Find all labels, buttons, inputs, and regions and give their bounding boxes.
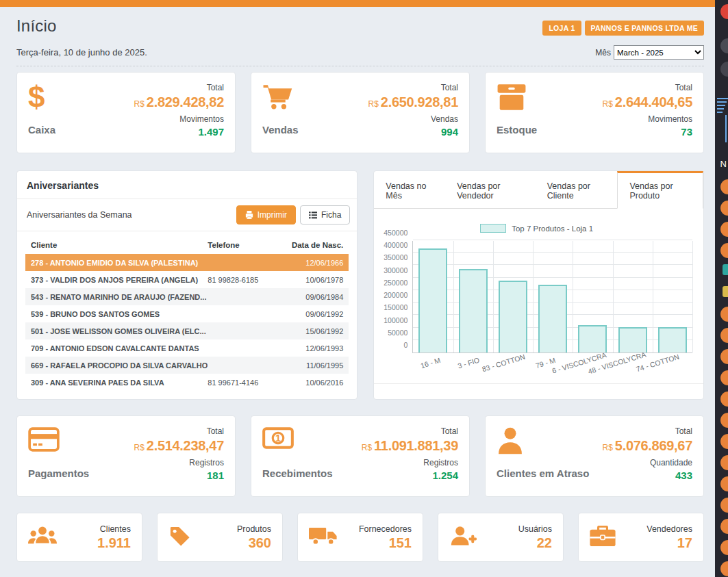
print-button[interactable]: Imprimir [236, 205, 296, 225]
mini-label: Fornecedores [359, 524, 412, 534]
company-badge[interactable]: PANNOS E PANNOS LTDA ME [585, 21, 704, 36]
chart-sliver-icon [717, 96, 728, 144]
app-sliver-icon [720, 561, 728, 576]
table-row[interactable]: 309 - ANA SEVERINA PAES DA SILVA81 99671… [25, 374, 349, 391]
table-row[interactable]: 501 - JOSE WELISSON GOMES OLIVEIRA (ELC.… [25, 322, 349, 339]
y-tick-label: 350000 [384, 253, 407, 261]
kpi-row-2: Pagamentos Total R$2.514.238,47 Registro… [16, 415, 704, 497]
y-tick-label: 250000 [384, 279, 407, 287]
y-tick-label: 0 [403, 341, 407, 349]
total-label: Total [368, 83, 458, 92]
card-label: Estoque [497, 124, 537, 136]
page-title: Início [16, 16, 57, 36]
store-badge[interactable]: LOJA 1 [542, 21, 581, 36]
chart-footer [374, 383, 703, 394]
table-row[interactable]: 543 - RENATO MARINHO DE ARAUJO (FAZEND..… [25, 288, 349, 305]
tab-vendas-por-produto[interactable]: Vendas por Produto [617, 171, 703, 209]
count-label: Quantidade [602, 458, 692, 467]
count-value: 433 [602, 470, 692, 481]
card-produtos: Produtos 360 [157, 513, 283, 562]
card-recebimentos: 1 Recebimentos Total R$11.091.881,39 Reg… [251, 415, 470, 497]
dashboard-page: Início LOJA 1 PANNOS E PANNOS LTDA ME Te… [0, 7, 715, 562]
app-sliver-icon [720, 62, 728, 77]
mini-value: 22 [518, 535, 552, 551]
count-label: Registros [362, 458, 458, 467]
card-label: Clientes em Atraso [497, 467, 589, 479]
y-tick-label: 450000 [384, 229, 407, 237]
card-clientes: Clientes 1.911 [16, 513, 142, 562]
letter-icon: N [720, 159, 727, 169]
table-row[interactable]: 278 - ANTONIO EMIDIO DA SILVA (PALESTINA… [25, 254, 349, 271]
total-label: Total [362, 426, 458, 436]
app-sliver-icon [720, 540, 728, 555]
dollar-icon: $ [28, 83, 45, 112]
ficha-button[interactable]: Ficha [300, 205, 350, 225]
tab-vendas-por-cliente[interactable]: Vendas por Cliente [536, 171, 618, 208]
legend-swatch [480, 224, 506, 233]
app-sliver-icon [720, 328, 728, 343]
month-select[interactable]: March - 2025 [614, 45, 704, 60]
table-row[interactable]: 669 - RAFAELA PROCOPIO DA SILVA CARVALHO… [25, 357, 349, 374]
table-row[interactable]: 709 - ANTONIO EDSON CAVALCANTE DANTAS12/… [25, 339, 349, 357]
legend-label: Top 7 Produtos - Loja 1 [512, 225, 593, 233]
app-sliver-icon [720, 307, 728, 322]
person-icon [497, 426, 589, 459]
app-sliver-icon [720, 476, 728, 491]
y-tick-label: 50000 [388, 329, 407, 337]
table-header: Cliente Telefone Data de Nasc. [25, 241, 349, 254]
bar-48-viscolycra [618, 327, 647, 352]
mini-label: Usuários [518, 524, 552, 534]
bar-3-fio [459, 269, 488, 352]
printer-icon [245, 211, 253, 219]
birthdays-table-body: 278 - ANTONIO EMIDIO DA SILVA (PALESTINA… [25, 254, 349, 391]
mini-label: Produtos [237, 524, 271, 534]
app-sliver-icon [720, 201, 728, 216]
truck-icon [309, 526, 338, 549]
total-label: Total [134, 426, 224, 436]
count-value: 1.497 [134, 126, 224, 138]
chart-plot-area [412, 241, 692, 353]
app-sliver-icon [720, 413, 728, 428]
edge-window-strip: N [715, 0, 728, 577]
app-sliver-icon [720, 498, 728, 513]
bar-74-cotton [658, 327, 687, 352]
count-label: Movimentos [134, 114, 224, 124]
app-sliver-icon [720, 222, 728, 237]
card-pagamentos: Pagamentos Total R$2.514.238,47 Registro… [16, 415, 236, 497]
count-value: 994 [368, 126, 458, 138]
app-sliver-icon [720, 392, 728, 407]
total-amount: R$5.076.869,67 [602, 438, 692, 454]
app-sliver-icon [723, 286, 728, 297]
table-row[interactable]: 373 - VALDIR DOS ANJOS PEREIRA (ANGELA)8… [25, 271, 349, 288]
y-tick-label: 400000 [384, 241, 407, 249]
card-estoque: Estoque Total R$2.644.404,65 Movimentos … [485, 72, 704, 153]
sales-tabs: Vendas no MêsVendas por VendedorVendas p… [374, 171, 703, 209]
tab-vendas-por-vendedor[interactable]: Vendas por Vendedor [445, 171, 536, 208]
table-row[interactable]: 539 - BRUNO DOS SANTOS GOMES09/06/1992 [25, 305, 349, 322]
total-label: Total [602, 426, 692, 436]
bar-79-m [538, 285, 567, 352]
bar-83-cotton [499, 281, 527, 352]
mini-cards-row: Clientes 1.911 Produtos 360 Fornecedores… [16, 513, 704, 562]
app-sliver-icon [720, 243, 728, 258]
card-usuarios: Usuários 22 [438, 513, 564, 562]
date-row: Terça-feira, 10 de junho de 2025. Mês Ma… [16, 45, 704, 66]
chart-y-axis: 4500004000003500003000002500002000001500… [381, 241, 412, 353]
total-amount: R$11.091.881,39 [362, 438, 458, 454]
app-sliver-icon [723, 264, 728, 275]
y-tick-label: 200000 [384, 291, 407, 299]
mini-value: 17 [647, 535, 692, 551]
x-tick-label: 3 - FIO [457, 355, 481, 370]
users-icon [28, 526, 57, 549]
total-label: Total [602, 83, 692, 92]
kpi-row-1: $ Caixa Total R$2.829.428,82 Movimentos … [16, 72, 704, 153]
tab-vendas-no-m-s[interactable]: Vendas no Mês [374, 171, 445, 208]
card-vendedores: Vendedores 17 [578, 513, 704, 562]
card-label: Vendas [262, 124, 299, 136]
app-sliver-icon [720, 4, 728, 19]
app-sliver-icon [720, 349, 728, 364]
chart-x-axis: 16 - M3 - FIO83 - COTTON79 - M6 - VISCOL… [412, 353, 681, 381]
cart-icon [262, 83, 299, 116]
total-label: Total [134, 83, 224, 92]
mini-value: 151 [359, 535, 412, 551]
